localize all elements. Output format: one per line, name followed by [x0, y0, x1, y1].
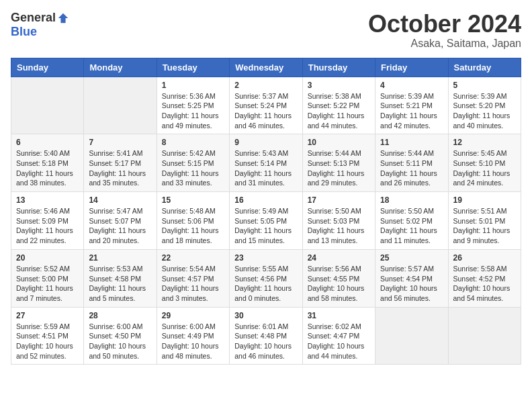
calendar-day-cell: 23Sunrise: 5:55 AM Sunset: 4:56 PM Dayli…	[230, 249, 302, 307]
day-number: 19	[453, 195, 516, 205]
calendar-header-thursday: Thursday	[302, 58, 375, 77]
logo: General Blue	[11, 11, 69, 39]
page-header: General Blue October 2024 Asaka, Saitama…	[11, 11, 521, 50]
day-number: 23	[234, 253, 297, 263]
calendar-day-cell: 6Sunrise: 5:40 AM Sunset: 5:18 PM Daylig…	[11, 134, 84, 192]
calendar-header-tuesday: Tuesday	[157, 58, 229, 77]
calendar-day-cell: 15Sunrise: 5:48 AM Sunset: 5:06 PM Dayli…	[157, 192, 229, 250]
title-section: October 2024 Asaka, Saitama, Japan	[368, 11, 521, 50]
day-info: Sunrise: 5:51 AM Sunset: 5:01 PM Dayligh…	[453, 206, 516, 246]
day-info: Sunrise: 5:53 AM Sunset: 4:58 PM Dayligh…	[89, 264, 151, 304]
day-number: 14	[89, 195, 151, 205]
day-info: Sunrise: 5:39 AM Sunset: 5:21 PM Dayligh…	[380, 91, 443, 131]
calendar-week-row: 27Sunrise: 5:59 AM Sunset: 4:51 PM Dayli…	[11, 307, 521, 365]
day-number: 21	[89, 253, 151, 263]
calendar-day-cell: 29Sunrise: 6:00 AM Sunset: 4:49 PM Dayli…	[157, 307, 229, 365]
day-info: Sunrise: 5:47 AM Sunset: 5:07 PM Dayligh…	[89, 206, 151, 246]
calendar-day-cell: 3Sunrise: 5:38 AM Sunset: 5:22 PM Daylig…	[302, 77, 375, 134]
calendar-day-cell: 9Sunrise: 5:43 AM Sunset: 5:14 PM Daylig…	[230, 134, 302, 192]
day-number: 17	[308, 195, 370, 205]
day-info: Sunrise: 5:41 AM Sunset: 5:17 PM Dayligh…	[89, 148, 151, 188]
calendar-header-sunday: Sunday	[11, 58, 84, 77]
calendar-header-saturday: Saturday	[448, 58, 521, 77]
calendar-week-row: 1Sunrise: 5:36 AM Sunset: 5:25 PM Daylig…	[11, 77, 521, 134]
calendar-day-cell	[448, 307, 521, 365]
calendar-day-cell: 16Sunrise: 5:49 AM Sunset: 5:05 PM Dayli…	[230, 192, 302, 250]
day-info: Sunrise: 5:45 AM Sunset: 5:10 PM Dayligh…	[453, 148, 516, 188]
calendar-day-cell: 17Sunrise: 5:50 AM Sunset: 5:03 PM Dayli…	[302, 192, 375, 250]
calendar-day-cell: 22Sunrise: 5:54 AM Sunset: 4:57 PM Dayli…	[157, 249, 229, 307]
day-info: Sunrise: 5:44 AM Sunset: 5:13 PM Dayligh…	[308, 148, 370, 188]
calendar-header-wednesday: Wednesday	[230, 58, 302, 77]
logo-blue-text: Blue	[11, 25, 37, 39]
calendar-day-cell	[11, 77, 84, 134]
day-number: 24	[308, 253, 370, 263]
calendar-day-cell: 8Sunrise: 5:42 AM Sunset: 5:15 PM Daylig…	[157, 134, 229, 192]
day-info: Sunrise: 6:01 AM Sunset: 4:48 PM Dayligh…	[234, 322, 297, 361]
calendar-day-cell	[375, 307, 448, 365]
day-number: 8	[162, 138, 224, 147]
day-number: 25	[380, 253, 443, 263]
logo-general-text: General	[11, 11, 56, 25]
day-number: 3	[308, 81, 370, 90]
calendar-header-friday: Friday	[375, 58, 448, 77]
day-info: Sunrise: 5:54 AM Sunset: 4:57 PM Dayligh…	[162, 264, 224, 304]
calendar-day-cell: 18Sunrise: 5:50 AM Sunset: 5:02 PM Dayli…	[375, 192, 448, 250]
day-info: Sunrise: 5:52 AM Sunset: 5:00 PM Dayligh…	[16, 264, 79, 304]
calendar-header-row: SundayMondayTuesdayWednesdayThursdayFrid…	[11, 58, 521, 77]
calendar-day-cell: 5Sunrise: 5:39 AM Sunset: 5:20 PM Daylig…	[448, 77, 521, 134]
day-number: 12	[453, 138, 516, 147]
calendar-day-cell: 28Sunrise: 6:00 AM Sunset: 4:50 PM Dayli…	[84, 307, 157, 365]
day-number: 16	[234, 195, 297, 205]
day-number: 27	[16, 311, 79, 320]
day-info: Sunrise: 5:59 AM Sunset: 4:51 PM Dayligh…	[16, 322, 79, 361]
day-number: 26	[453, 253, 516, 263]
day-info: Sunrise: 5:50 AM Sunset: 5:03 PM Dayligh…	[308, 206, 370, 246]
calendar-day-cell: 7Sunrise: 5:41 AM Sunset: 5:17 PM Daylig…	[84, 134, 157, 192]
day-number: 1	[162, 81, 224, 90]
calendar-day-cell: 1Sunrise: 5:36 AM Sunset: 5:25 PM Daylig…	[157, 77, 229, 134]
calendar-day-cell: 12Sunrise: 5:45 AM Sunset: 5:10 PM Dayli…	[448, 134, 521, 192]
day-info: Sunrise: 5:46 AM Sunset: 5:09 PM Dayligh…	[16, 206, 79, 246]
day-info: Sunrise: 5:37 AM Sunset: 5:24 PM Dayligh…	[234, 91, 297, 131]
day-number: 15	[162, 195, 224, 205]
calendar-day-cell: 13Sunrise: 5:46 AM Sunset: 5:09 PM Dayli…	[11, 192, 84, 250]
calendar-table: SundayMondayTuesdayWednesdayThursdayFrid…	[11, 58, 521, 365]
day-number: 22	[162, 253, 224, 263]
day-number: 9	[234, 138, 297, 147]
day-info: Sunrise: 5:50 AM Sunset: 5:02 PM Dayligh…	[380, 206, 443, 246]
day-number: 10	[308, 138, 370, 147]
day-info: Sunrise: 5:39 AM Sunset: 5:20 PM Dayligh…	[453, 91, 516, 131]
calendar-day-cell: 11Sunrise: 5:44 AM Sunset: 5:11 PM Dayli…	[375, 134, 448, 192]
day-info: Sunrise: 5:38 AM Sunset: 5:22 PM Dayligh…	[308, 91, 370, 131]
calendar-day-cell: 26Sunrise: 5:58 AM Sunset: 4:52 PM Dayli…	[448, 249, 521, 307]
calendar-week-row: 13Sunrise: 5:46 AM Sunset: 5:09 PM Dayli…	[11, 192, 521, 250]
location-text: Asaka, Saitama, Japan	[368, 38, 521, 50]
day-number: 30	[234, 311, 297, 320]
day-info: Sunrise: 6:00 AM Sunset: 4:49 PM Dayligh…	[162, 322, 224, 361]
calendar-day-cell: 19Sunrise: 5:51 AM Sunset: 5:01 PM Dayli…	[448, 192, 521, 250]
day-number: 18	[380, 195, 443, 205]
calendar-day-cell: 27Sunrise: 5:59 AM Sunset: 4:51 PM Dayli…	[11, 307, 84, 365]
day-info: Sunrise: 5:43 AM Sunset: 5:14 PM Dayligh…	[234, 148, 297, 188]
day-number: 4	[380, 81, 443, 90]
calendar-day-cell: 2Sunrise: 5:37 AM Sunset: 5:24 PM Daylig…	[230, 77, 302, 134]
day-number: 29	[162, 311, 224, 320]
calendar-day-cell: 21Sunrise: 5:53 AM Sunset: 4:58 PM Dayli…	[84, 249, 157, 307]
day-number: 7	[89, 138, 151, 147]
day-info: Sunrise: 5:42 AM Sunset: 5:15 PM Dayligh…	[162, 148, 224, 188]
calendar-week-row: 6Sunrise: 5:40 AM Sunset: 5:18 PM Daylig…	[11, 134, 521, 192]
calendar-day-cell: 31Sunrise: 6:02 AM Sunset: 4:47 PM Dayli…	[302, 307, 375, 365]
day-number: 13	[16, 195, 79, 205]
calendar-week-row: 20Sunrise: 5:52 AM Sunset: 5:00 PM Dayli…	[11, 249, 521, 307]
calendar-day-cell: 4Sunrise: 5:39 AM Sunset: 5:21 PM Daylig…	[375, 77, 448, 134]
day-info: Sunrise: 5:36 AM Sunset: 5:25 PM Dayligh…	[162, 91, 224, 131]
day-info: Sunrise: 5:56 AM Sunset: 4:55 PM Dayligh…	[308, 264, 370, 304]
day-number: 5	[453, 81, 516, 90]
day-info: Sunrise: 6:00 AM Sunset: 4:50 PM Dayligh…	[89, 322, 151, 361]
day-info: Sunrise: 5:58 AM Sunset: 4:52 PM Dayligh…	[453, 264, 516, 304]
day-info: Sunrise: 5:40 AM Sunset: 5:18 PM Dayligh…	[16, 148, 79, 188]
calendar-day-cell	[84, 77, 157, 134]
day-number: 31	[308, 311, 370, 320]
svg-marker-0	[58, 13, 68, 22]
